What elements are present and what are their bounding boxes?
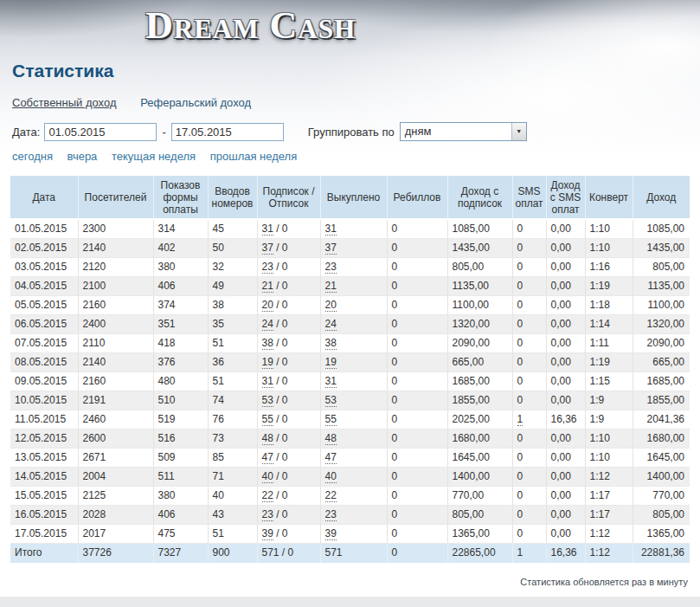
redeemed-count-link[interactable]: 23 [325,261,337,274]
quick-link-last-week[interactable]: прошлая неделя [210,150,298,163]
table-row: 12.05.201526005167348 / 04801680,0000,00… [10,429,690,449]
redeemed-count-link[interactable]: 55 [325,413,337,426]
tab-referral-income[interactable]: Реферальский доход [140,96,251,109]
table-cell: 15.05.2015 [10,487,78,506]
subscriptions-count-link[interactable]: 39 [262,527,273,540]
table-cell: 31 / 0 [257,372,320,391]
redeemed-count-link[interactable]: 21 [325,280,337,293]
redeemed-count-link[interactable]: 47 [325,451,337,464]
table-cell: 1:19 [585,277,633,296]
table-cell: 480 [153,372,208,391]
table-cell: 1:12 [585,525,633,544]
column-header-date: Дата [10,176,78,219]
table-cell: 1100,00 [447,296,512,315]
table-cell: 2140 [78,239,153,258]
table-cell: 23 [320,258,387,277]
subscriptions-count-link[interactable]: 19 [262,356,273,369]
totals-cell: 571 [320,544,387,563]
redeemed-count-link[interactable]: 48 [325,432,337,445]
subscriptions-count-link[interactable]: 47 [262,451,273,464]
subscriptions-count-link[interactable]: 40 [262,470,273,483]
redeemed-count-link[interactable]: 19 [325,356,337,369]
quick-link-today[interactable]: сегодня [12,150,53,163]
subscriptions-count-link[interactable]: 23 [262,508,273,521]
table-cell: 0 [512,391,546,410]
table-cell: 13.05.2015 [10,449,78,468]
table-cell: 2400 [78,315,153,334]
totals-row: Итого377267327900571 / 0571022865,00116,… [10,544,690,563]
subscriptions-count-link[interactable]: 53 [262,394,273,407]
sms-payments-count-link[interactable]: 1 [517,413,523,426]
column-header-sms-income: Доход с SMS оплат [546,176,585,219]
table-cell: 14.05.2015 [10,468,78,487]
table-cell: 1320,00 [633,315,690,334]
redeemed-count-link[interactable]: 24 [325,318,337,331]
column-header-sms-payments: SMS оплат [512,176,546,219]
table-cell: 05.05.2015 [10,296,78,315]
table-cell: 16,36 [546,410,585,429]
group-by-select[interactable]: дням ▼ [400,122,527,141]
subscriptions-count-link[interactable]: 31 [262,223,273,236]
table-cell: 519 [153,410,208,429]
table-cell: 40 [208,487,257,506]
quick-date-links: сегодня вчера текущая неделя прошлая нед… [12,150,690,163]
table-cell: 07.05.2015 [10,334,78,353]
table-row: 06.05.201524003513524 / 02401320,0000,00… [10,315,690,334]
tab-own-income[interactable]: Собственный доход [12,96,117,109]
column-header-payment-form-shows: Показов формы оплаты [153,176,208,219]
subscriptions-count-link[interactable]: 22 [262,489,273,502]
date-to-input[interactable] [171,123,284,141]
table-cell: 0 [512,353,546,372]
date-range-separator: - [162,126,165,139]
table-cell: 0 [387,239,447,258]
chevron-down-icon[interactable]: ▼ [511,123,526,140]
subscriptions-count-link[interactable]: 20 [262,299,273,312]
redeemed-count-link[interactable]: 53 [325,394,337,407]
column-header-redeemed: Выкуплено [320,176,387,219]
subscriptions-count-link[interactable]: 21 [262,280,273,293]
table-row: 08.05.201521403763619 / 0190665,0000,001… [10,353,690,372]
subscriptions-count-link[interactable]: 38 [262,337,273,350]
redeemed-count-link[interactable]: 38 [325,337,337,350]
redeemed-count-link[interactable]: 40 [325,470,337,483]
subscriptions-count-link[interactable]: 24 [262,318,273,331]
table-cell: 51 [208,372,257,391]
subscriptions-count-link[interactable]: 48 [262,432,273,445]
table-cell: 1680,00 [633,429,690,449]
subscriptions-count-link[interactable]: 31 [262,375,273,388]
table-cell: 0,00 [546,429,585,449]
update-note: Статистика обновляется раз в минуту [10,577,690,587]
table-cell: 22 [320,487,387,506]
totals-cell: 37726 [78,544,153,563]
table-cell: 38 / 0 [257,334,320,353]
table-cell: 2300 [78,219,153,239]
subscriptions-count-link[interactable]: 55 [262,413,273,426]
table-row: 02.05.201521404025037 / 03701435,0000,00… [10,239,690,258]
redeemed-count-link[interactable]: 31 [325,375,337,388]
redeemed-count-link[interactable]: 39 [325,527,337,540]
date-label: Дата: [12,126,40,139]
date-from-input[interactable] [44,123,157,141]
redeemed-count-link[interactable]: 20 [325,299,337,312]
redeemed-count-link[interactable]: 37 [325,242,337,255]
filter-row: Дата: - Группировать по дням ▼ [12,122,690,141]
quick-link-yesterday[interactable]: вчера [67,150,98,163]
table-cell: 0 [512,334,546,353]
table-row: 09.05.201521604805131 / 03101685,0000,00… [10,372,690,391]
table-cell: 0 [387,334,447,353]
table-cell: 2100 [78,277,153,296]
table-cell: 0 [512,372,546,391]
table-cell: 0 [387,468,447,487]
subscriptions-count-link[interactable]: 23 [262,261,273,274]
redeemed-count-link[interactable]: 23 [325,508,337,521]
redeemed-count-link[interactable]: 22 [325,489,337,502]
quick-link-current-week[interactable]: текущая неделя [112,150,196,163]
table-row: 17.05.201520174755139 / 03901365,0000,00… [10,525,690,544]
table-cell: 11.05.2015 [10,410,78,429]
table-cell: 0,00 [546,239,585,258]
subscriptions-count-link[interactable]: 37 [262,242,273,255]
table-cell: 1:12 [585,468,633,487]
redeemed-count-link[interactable]: 31 [325,223,337,236]
column-header-number-entries: Вводов номеров [208,176,257,219]
column-header-visitors: Посетителей [78,176,153,219]
